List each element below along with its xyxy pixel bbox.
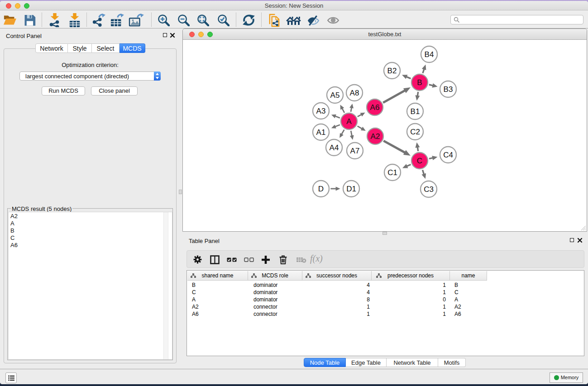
svg-text:B3: B3 [444, 85, 453, 94]
svg-text:B2: B2 [387, 67, 397, 75]
svg-text:C2: C2 [410, 128, 420, 136]
svg-text:D1: D1 [346, 185, 356, 193]
svg-text:C4: C4 [443, 151, 453, 159]
svg-text:A2: A2 [371, 132, 380, 141]
svg-text:A3: A3 [316, 107, 326, 115]
svg-text:A5: A5 [330, 91, 340, 100]
svg-text:B4: B4 [425, 50, 434, 59]
svg-text:C1: C1 [387, 168, 397, 177]
svg-text:D: D [318, 185, 324, 193]
svg-text:A1: A1 [316, 128, 326, 137]
svg-text:A6: A6 [370, 103, 380, 112]
svg-text:C: C [417, 157, 422, 165]
svg-text:A: A [346, 117, 352, 126]
svg-text:A7: A7 [350, 147, 360, 155]
svg-text:C3: C3 [424, 185, 434, 194]
svg-text:B1: B1 [411, 107, 420, 116]
svg-text:A4: A4 [330, 143, 339, 152]
svg-text:A8: A8 [350, 89, 359, 97]
svg-text:B: B [417, 78, 422, 87]
